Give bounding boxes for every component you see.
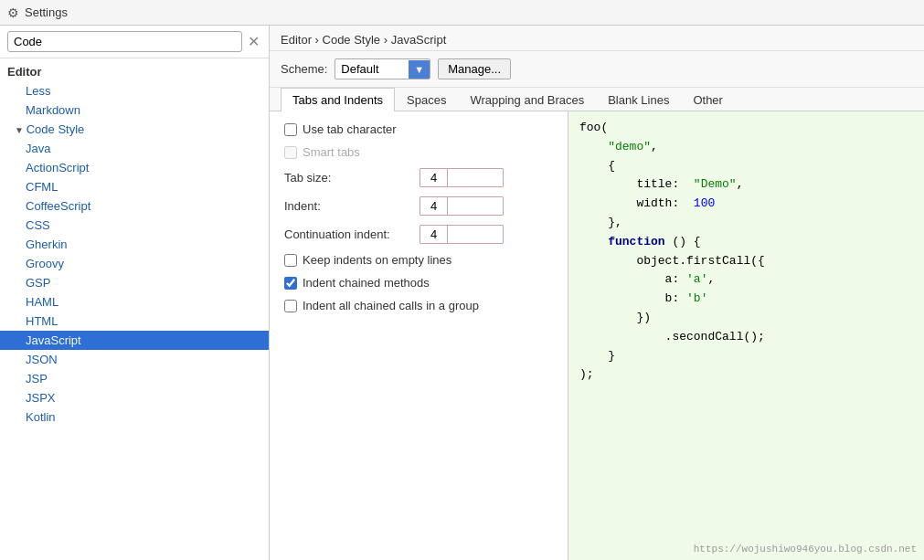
scheme-label: Scheme: xyxy=(281,62,327,76)
preview-panel: foo( "demo", { title: "Demo", width: 100… xyxy=(568,111,924,560)
manage-button[interactable]: Manage... xyxy=(438,58,511,79)
preview-code: object.firstCall({ xyxy=(579,252,913,271)
indent-input[interactable] xyxy=(420,197,448,215)
sidebar-item-gherkin[interactable]: Gherkin xyxy=(0,235,269,254)
settings-icon: ⚙ xyxy=(7,5,19,20)
preview-code: function () { xyxy=(579,233,913,252)
content-panel: Use tab character Smart tabs Tab size: xyxy=(270,111,924,560)
continuation-indent-label: Continuation indent: xyxy=(284,227,412,241)
breadcrumb: Editor › Code Style › JavaScript xyxy=(270,26,924,51)
indent-all-chained-row: Indent all chained calls in a group xyxy=(284,299,553,312)
scheme-dropdown-arrow[interactable]: ▼ xyxy=(409,60,430,79)
use-tab-character-checkbox[interactable] xyxy=(284,123,297,136)
sidebar-item-coffeescript[interactable]: CoffeeScript xyxy=(0,196,269,216)
preview-code: { xyxy=(579,157,913,176)
sidebar-item-javascript[interactable]: JavaScript xyxy=(0,331,269,350)
tab-tabs-indents[interactable]: Tabs and Indents xyxy=(281,88,395,111)
preview-code: a: 'a', xyxy=(579,270,913,290)
preview-code: }, xyxy=(579,214,913,233)
keep-indents-row: Keep indents on empty lines xyxy=(284,253,553,267)
sidebar-item-java[interactable]: Java xyxy=(0,139,269,158)
indent-chained-methods-row: Indent chained methods xyxy=(284,276,553,290)
keep-indents-checkbox[interactable] xyxy=(284,254,297,267)
use-tab-character-row: Use tab character xyxy=(284,122,553,136)
main-layout: ✕ Editor Less Markdown Code Style Java A… xyxy=(0,26,924,560)
preview-code: title: "Demo", xyxy=(579,175,913,195)
sidebar-item-gsp[interactable]: GSP xyxy=(0,273,269,292)
preview-code: }) xyxy=(579,309,913,328)
sidebar-item-cfml[interactable]: CFML xyxy=(0,177,269,196)
search-clear-icon[interactable]: ✕ xyxy=(246,35,261,49)
indent-all-chained-label[interactable]: Indent all chained calls in a group xyxy=(284,299,479,312)
sidebar-item-less[interactable]: Less xyxy=(0,81,269,100)
sidebar-item-css[interactable]: CSS xyxy=(0,216,269,235)
continuation-indent-row: Continuation indent: xyxy=(284,225,553,244)
continuation-indent-extra[interactable] xyxy=(448,226,503,243)
preview-code: foo( xyxy=(579,119,913,138)
smart-tabs-checkbox xyxy=(284,146,297,159)
title-bar: ⚙ Settings xyxy=(0,0,924,26)
sidebar-item-editor[interactable]: Editor xyxy=(0,62,269,81)
search-bar: ✕ xyxy=(0,26,269,58)
sidebar-item-jspx[interactable]: JSPX xyxy=(0,388,269,407)
sidebar-item-kotlin[interactable]: Kotlin xyxy=(0,407,269,427)
indent-label: Indent: xyxy=(284,199,412,213)
preview-code: width: 100 xyxy=(579,195,913,214)
sidebar-item-jsp[interactable]: JSP xyxy=(0,369,269,388)
content-area: Editor › Code Style › JavaScript Scheme:… xyxy=(270,26,924,560)
tab-size-row: Tab size: xyxy=(284,168,553,187)
sidebar: ✕ Editor Less Markdown Code Style Java A… xyxy=(0,26,270,560)
smart-tabs-row: Smart tabs xyxy=(284,145,553,159)
scheme-select-wrapper: Default ▼ xyxy=(335,58,430,79)
tab-size-label: Tab size: xyxy=(284,171,412,185)
window-title: Settings xyxy=(25,5,68,19)
continuation-indent-input[interactable] xyxy=(420,226,448,243)
tab-size-extra[interactable] xyxy=(448,169,503,186)
keep-indents-label[interactable]: Keep indents on empty lines xyxy=(284,253,451,267)
tab-size-input[interactable] xyxy=(420,169,448,186)
watermark: https://wojushiwo946you.blog.csdn.net xyxy=(694,544,917,555)
preview-code: ); xyxy=(579,365,913,385)
preview-code: "demo", xyxy=(579,138,913,157)
tab-size-field-wrapper xyxy=(420,168,504,187)
continuation-indent-field-wrapper xyxy=(420,225,504,244)
settings-panel: Use tab character Smart tabs Tab size: xyxy=(270,111,568,560)
preview-code: .secondCall(); xyxy=(579,328,913,347)
tab-wrapping-braces[interactable]: Wrapping and Braces xyxy=(458,88,596,111)
sidebar-item-actionscript[interactable]: ActionScript xyxy=(0,158,269,177)
tab-blank-lines[interactable]: Blank Lines xyxy=(596,88,681,111)
use-tab-character-label[interactable]: Use tab character xyxy=(284,122,397,136)
preview-code: b: 'b' xyxy=(579,290,913,309)
tab-spaces[interactable]: Spaces xyxy=(395,88,458,111)
indent-all-chained-checkbox[interactable] xyxy=(284,300,297,312)
search-input[interactable] xyxy=(7,31,242,52)
preview-code: } xyxy=(579,347,913,366)
sidebar-item-markdown[interactable]: Markdown xyxy=(0,100,269,120)
indent-field-wrapper xyxy=(420,196,504,216)
sidebar-tree: Editor Less Markdown Code Style Java Act… xyxy=(0,58,269,560)
sidebar-item-code-style[interactable]: Code Style xyxy=(0,120,269,139)
indent-chained-methods-checkbox[interactable] xyxy=(284,277,297,290)
tabs-bar: Tabs and Indents Spaces Wrapping and Bra… xyxy=(270,88,924,111)
sidebar-item-groovy[interactable]: Groovy xyxy=(0,254,269,273)
sidebar-item-json[interactable]: JSON xyxy=(0,350,269,369)
smart-tabs-label: Smart tabs xyxy=(284,145,360,159)
indent-extra[interactable] xyxy=(448,197,503,215)
sidebar-item-html[interactable]: HTML xyxy=(0,312,269,331)
indent-row: Indent: xyxy=(284,196,553,216)
indent-chained-methods-label[interactable]: Indent chained methods xyxy=(284,276,430,290)
scheme-select[interactable]: Default xyxy=(335,59,409,79)
tab-other[interactable]: Other xyxy=(681,88,735,111)
scheme-row: Scheme: Default ▼ Manage... xyxy=(270,51,924,88)
sidebar-item-haml[interactable]: HAML xyxy=(0,292,269,312)
